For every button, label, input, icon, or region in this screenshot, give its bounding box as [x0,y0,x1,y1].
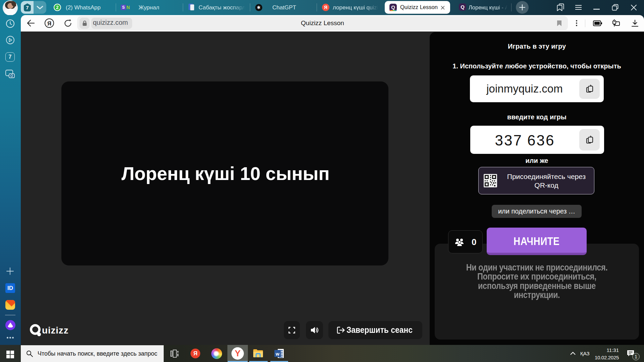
svg-text:uizizz: uizizz [42,325,68,336]
svg-text:7: 7 [26,5,29,10]
svg-text:w: w [275,351,279,357]
